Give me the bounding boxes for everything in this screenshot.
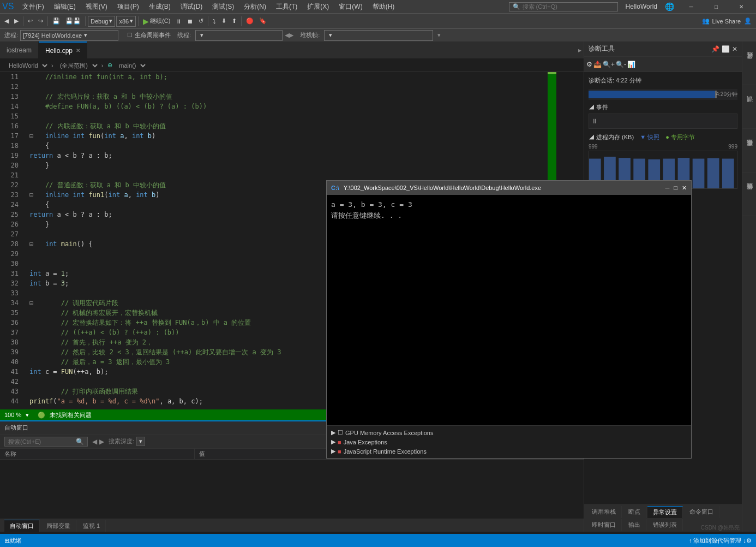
side-tab-profiler[interactable]: 性能探查器	[742, 173, 756, 216]
side-tab-coverage[interactable]: 代码覆盖率	[742, 129, 756, 173]
memory-min: 999	[589, 144, 598, 150]
pause-button[interactable]: ⏸	[173, 17, 184, 26]
stack-dropdown[interactable]: ▾	[324, 30, 433, 41]
debug-tab-watch1[interactable]: 监视 1	[77, 520, 106, 532]
separator-6	[241, 16, 242, 26]
console-minimize[interactable]: ─	[665, 185, 670, 191]
window-controls: ─ □ ✕	[679, 0, 754, 13]
side-tab-debug[interactable]: 调试	[742, 85, 756, 129]
exception-checkbox-2[interactable]: ■	[338, 439, 341, 445]
expand-icon-1[interactable]: ▶	[331, 429, 335, 436]
tab-cmd[interactable]: 命令窗口	[684, 506, 719, 518]
step-over-button[interactable]: ⤵	[211, 17, 218, 26]
tab-exception-settings[interactable]: 异常设置	[647, 506, 683, 518]
menu-tools[interactable]: 工具(T)	[272, 1, 302, 13]
global-search-input[interactable]	[523, 3, 604, 10]
breakpoint-button[interactable]: 🔴	[244, 16, 256, 26]
restart-button[interactable]: ↺	[196, 16, 206, 26]
search-depth-dropdown[interactable]: ▾	[136, 437, 145, 446]
menu-file[interactable]: 文件(F)	[18, 1, 48, 13]
menu-window[interactable]: 窗口(W)	[334, 1, 367, 13]
context-select[interactable]: (全局范围)	[56, 62, 99, 69]
process-dropdown[interactable]: [7924] HelloWorld.exe ▾	[20, 30, 118, 41]
scope-select[interactable]: HelloWorld	[4, 62, 49, 69]
diag-float-icon[interactable]: ⬜	[722, 45, 730, 53]
menu-help[interactable]: 帮助(H)	[368, 1, 399, 13]
tab-immediate[interactable]: 即时窗口	[586, 519, 622, 531]
forward-nav[interactable]: ▶	[99, 438, 104, 445]
separator-5	[208, 16, 208, 26]
diag-export-icon[interactable]: 📤	[593, 61, 602, 68]
close-button[interactable]: ✕	[729, 0, 754, 13]
tab-breakpoints[interactable]: 断点	[623, 506, 646, 518]
global-search-box[interactable]: 🔍	[509, 2, 618, 11]
debug-tab-locals[interactable]: 局部变量	[41, 520, 76, 532]
back-button[interactable]: ◀	[2, 16, 11, 26]
menu-extend[interactable]: 扩展(X)	[303, 1, 333, 13]
menu-build[interactable]: 生成(B)	[145, 1, 175, 13]
exception-checkbox-1[interactable]: ☐	[338, 429, 343, 436]
platform-dropdown[interactable]: x86 ▾	[116, 16, 136, 27]
lifecycle-checkbox[interactable]: ☐	[127, 32, 133, 39]
diag-zoom-out-icon[interactable]: 🔍-	[616, 61, 626, 68]
status-left-icon[interactable]: ⊞	[4, 537, 9, 544]
menu-debug[interactable]: 调试(D)	[176, 1, 207, 13]
console-maximize[interactable]: □	[674, 185, 677, 191]
zoom-dropdown[interactable]: ▾	[26, 412, 29, 419]
separator-2	[47, 16, 48, 26]
live-share-button[interactable]: 👥 Live Share	[702, 17, 741, 25]
bookmark-button[interactable]: 🔖	[257, 16, 269, 26]
maximize-button[interactable]: □	[704, 0, 729, 13]
events-section[interactable]: ◢ 事件	[589, 103, 737, 111]
stack-nav: ▾	[437, 32, 441, 39]
live-share-label: Live Share	[712, 18, 741, 25]
debug-mode-dropdown[interactable]: Debug ▾	[88, 16, 115, 27]
stack-label: 堆栈帧:	[300, 31, 320, 39]
menu-test[interactable]: 测试(S)	[208, 1, 238, 13]
auto-search-box[interactable]: 🔍	[4, 437, 88, 447]
auto-search-input[interactable]	[8, 438, 74, 445]
close-tab-icon[interactable]: ✕	[76, 47, 80, 53]
undo-button[interactable]: ↩	[26, 16, 35, 26]
diag-settings-icon[interactable]: ⚙	[586, 61, 592, 68]
side-tab-runtime[interactable]: 运行时工具	[742, 41, 756, 85]
diag-chart-icon[interactable]: 📊	[627, 61, 635, 68]
save-button[interactable]: 💾	[50, 16, 62, 26]
settings-icon[interactable]: ⚙	[746, 537, 752, 544]
forward-button[interactable]: ▶	[12, 16, 21, 26]
tab-call-stack[interactable]: 调用堆栈	[586, 506, 622, 518]
app-logo: VS	[2, 2, 14, 11]
stop-button[interactable]: ⏹	[185, 17, 195, 26]
diag-zoom-in-icon[interactable]: 🔍+	[603, 61, 615, 68]
step-out-button[interactable]: ⬆	[230, 16, 239, 26]
diag-pin-icon[interactable]: 📌	[711, 45, 719, 53]
tab-iostream[interactable]: iostream	[0, 41, 39, 58]
menu-project[interactable]: 项目(P)	[113, 1, 143, 13]
debug-mode-label: Debug	[91, 18, 108, 25]
user-button[interactable]: 👤	[742, 16, 754, 26]
thread-dropdown[interactable]: ▾	[195, 30, 283, 41]
minimize-button[interactable]: ─	[679, 0, 704, 13]
diag-close-icon[interactable]: ✕	[732, 45, 737, 53]
function-select[interactable]: main()	[115, 62, 147, 69]
debug-tab-auto[interactable]: 自动窗口	[4, 520, 40, 532]
watermark: CSDN @韩昂亮	[701, 524, 740, 532]
expand-icon-2[interactable]: ▶	[331, 438, 335, 445]
tab-scroll-right[interactable]: ▸	[576, 46, 584, 54]
menu-edit[interactable]: 编辑(E)	[50, 1, 80, 13]
tab-errors[interactable]: 错误列表	[647, 519, 683, 531]
menu-analyze[interactable]: 分析(N)	[239, 1, 271, 13]
menu-view[interactable]: 视图(V)	[81, 1, 112, 13]
continue-button[interactable]: ▶ 继续(C)	[141, 16, 172, 27]
exception-checkbox-3[interactable]: ■	[338, 448, 341, 455]
back-nav[interactable]: ◀	[92, 438, 97, 445]
expand-icon-3[interactable]: ▶	[331, 448, 335, 455]
tab-output[interactable]: 输出	[623, 519, 646, 531]
pause-icon[interactable]: ⏸	[591, 117, 598, 125]
step-into-button[interactable]: ⬇	[219, 16, 229, 26]
save-all-button[interactable]: 💾💾	[63, 16, 83, 26]
tab-hello-cpp[interactable]: Hello.cpp ✕	[39, 41, 87, 58]
redo-button[interactable]: ↪	[36, 16, 45, 26]
add-to-source[interactable]: ↑ 添加到源代码管理 ↓	[689, 537, 746, 545]
console-close[interactable]: ✕	[682, 185, 687, 192]
